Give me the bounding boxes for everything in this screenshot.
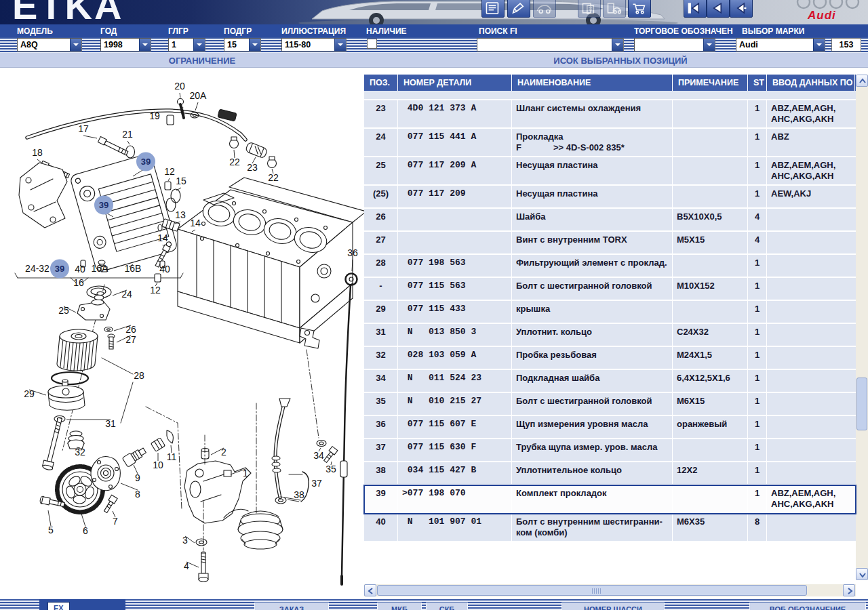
diagram-callout[interactable]: 38	[294, 489, 304, 500]
horizontal-scroll-thumb[interactable]	[377, 585, 807, 596]
nav-prev-button[interactable]	[707, 0, 730, 18]
diagram-callout[interactable]: 40	[159, 264, 170, 274]
diagram-callout[interactable]: 16	[73, 277, 84, 288]
diagram-callout[interactable]: 15	[176, 176, 186, 186]
diagram-callout[interactable]: 31	[105, 418, 116, 429]
table-row[interactable]: 24 077 115 441 AПрокладкаF >> 4D-S-002 8…	[364, 129, 856, 157]
filter-select-глгр[interactable]: 1	[168, 38, 205, 52]
diagram-callout[interactable]: 25	[58, 305, 69, 316]
column-header[interactable]: ВВОД ДАННЫХ ПО	[767, 75, 855, 91]
horizontal-scrollbar[interactable]	[364, 584, 856, 596]
filter-select-иллюстрация[interactable]: 115-80	[281, 38, 347, 52]
vertical-scroll-thumb[interactable]	[856, 378, 867, 430]
diagram-callout[interactable]: 14	[157, 232, 168, 243]
parts-diagram[interactable]: 2020A191718213912152223223913141424-3239…	[0, 68, 364, 598]
dropdown-arrow-icon[interactable]	[193, 39, 205, 51]
diagram-callout[interactable]: 35	[326, 464, 336, 474]
diagram-callout[interactable]: 23	[247, 162, 258, 173]
diagram-callout[interactable]: 10	[153, 460, 163, 470]
diagram-callout[interactable]: 12	[164, 166, 175, 177]
diagram-callout-highlighted[interactable]: 39	[99, 200, 108, 210]
car-graphics-button[interactable]	[533, 0, 556, 18]
table-row[interactable]: 40 N 101 907 01Болт с внутренним шестигр…	[364, 514, 856, 542]
availability-checkbox[interactable]	[367, 39, 377, 49]
table-row[interactable]: 31 N 013 850 3Уплотнит. кольцоC24X321	[364, 324, 856, 347]
diagram-callout[interactable]: 3	[182, 535, 188, 546]
diagram-callout[interactable]: 40	[75, 264, 85, 274]
filter-select-торговое-обозначен[interactable]	[634, 38, 715, 52]
table-row[interactable]: 29 077 115 433крышка1	[364, 301, 856, 324]
diagram-callout[interactable]: 13	[175, 209, 186, 220]
filter-select-поиск-fi[interactable]	[477, 38, 624, 52]
scroll-left-button[interactable]	[364, 584, 376, 596]
diagram-callout[interactable]: 28	[134, 370, 144, 381]
dropdown-arrow-icon[interactable]	[813, 39, 825, 51]
vertical-scrollbar[interactable]	[856, 75, 868, 580]
column-header[interactable]: НАИМЕНОВАНИЕ	[512, 75, 673, 91]
table-row-selected[interactable]: 39>077 198 070Комплект прокладок1ABZ,AEM…	[364, 485, 856, 514]
statusbar-button-номер-шасси[interactable]: НОМЕР ШАССИ	[561, 603, 665, 610]
statusbar-button-заказ[interactable]: ЗАКАЗ	[254, 603, 329, 610]
filter-select-подгр[interactable]: 15	[224, 38, 261, 52]
table-row[interactable]: 38 034 115 427 BУплотнительное кольцо12X…	[364, 462, 856, 485]
column-header[interactable]: НОМЕР ДЕТАЛИ	[398, 75, 512, 91]
diagram-callout[interactable]: 22	[268, 172, 279, 183]
filter-select-год[interactable]: 1998	[100, 38, 151, 52]
diagram-callout[interactable]: 22	[229, 157, 240, 167]
diagram-callout-highlighted[interactable]: 39	[141, 157, 151, 167]
diagram-callout[interactable]: 20A	[190, 90, 208, 101]
diagram-callout[interactable]: 37	[311, 478, 322, 489]
pencil-button[interactable]	[507, 0, 530, 18]
statusbar-button-воб-обозначение[interactable]: ВОБ ОБОЗНАЧЕНИЕ	[749, 603, 866, 610]
table-row[interactable]: 35 N 010 215 27Болт с шестигранной голов…	[364, 393, 856, 416]
diagram-callout-highlighted[interactable]: 39	[55, 264, 64, 274]
car-document-button[interactable]	[603, 0, 626, 18]
table-row[interactable]: 32 028 103 059 AПробка резьбоваяM24X1,51	[364, 347, 856, 370]
diagram-callout[interactable]: 18	[32, 147, 43, 158]
diagram-callout[interactable]: 24-32	[25, 263, 50, 274]
dropdown-arrow-icon[interactable]	[334, 39, 346, 51]
nav-first-button[interactable]	[684, 0, 707, 18]
table-row[interactable]: 37 077 115 630 FТрубка щупа измер. уров.…	[364, 439, 856, 462]
diagram-callout[interactable]: 7	[113, 516, 118, 527]
diagram-callout[interactable]: 32	[75, 447, 85, 458]
diagram-callout[interactable]: 5	[48, 525, 54, 535]
column-header[interactable]: ST	[748, 75, 767, 91]
column-header[interactable]: ПРИМЕЧАНИЕ	[673, 75, 748, 91]
diagram-callout[interactable]: 36	[347, 247, 358, 258]
lex-button[interactable]: ЕХ	[47, 602, 70, 610]
table-row[interactable]: 23 4D0 121 373 AШланг системы охлаждения…	[364, 100, 856, 129]
cart-button[interactable]	[628, 0, 651, 18]
diagram-callout[interactable]: 20	[174, 81, 185, 92]
table-row[interactable]: 34 N 011 524 23Подкладная шайба6,4X12,5X…	[364, 370, 856, 393]
diagram-callout[interactable]: 6	[83, 525, 88, 536]
diagram-callout[interactable]: 2	[221, 447, 226, 458]
print-button[interactable]	[578, 0, 601, 18]
diagram-callout[interactable]: 14	[190, 218, 201, 228]
table-row[interactable]: 25 077 117 209 AНесущая пластина1ABZ,AEM…	[364, 157, 856, 186]
nav-back-button[interactable]	[730, 0, 753, 18]
scroll-right-button[interactable]	[843, 584, 855, 596]
table-row[interactable]: (25) 077 117 209Несущая пластина1AEW,AKJ	[364, 186, 856, 209]
statusbar-button-мкб[interactable]: МКБ	[377, 603, 422, 610]
scroll-down-button[interactable]	[856, 568, 868, 580]
diagram-callout[interactable]: 27	[125, 334, 136, 345]
diagram-callout[interactable]: 24	[121, 289, 132, 300]
diagram-callout[interactable]: 34	[313, 450, 324, 461]
dropdown-arrow-icon[interactable]	[249, 39, 260, 51]
diagram-callout[interactable]: 16B	[125, 263, 142, 274]
diagram-callout[interactable]: 19	[149, 110, 160, 121]
table-row[interactable]: - 077 115 563Болт с шестигранной головко…	[364, 278, 856, 301]
dropdown-arrow-icon[interactable]	[703, 39, 715, 51]
table-row[interactable]: 28 077 198 563Фильтрующий элемент с прок…	[364, 255, 856, 278]
diagram-callout[interactable]: 16A	[92, 263, 109, 274]
diagram-callout[interactable]: 12	[150, 285, 161, 296]
notes-button[interactable]	[481, 0, 505, 18]
diagram-callout[interactable]: 21	[122, 129, 133, 140]
dropdown-arrow-icon[interactable]	[139, 39, 151, 51]
diagram-callout[interactable]: 9	[135, 472, 140, 483]
diagram-callout[interactable]: 1	[243, 468, 248, 479]
statusbar-button-скб[interactable]: СКБ	[426, 603, 468, 610]
table-row[interactable]: 27Винт с внутренним TORXM5X154	[364, 232, 856, 255]
diagram-callout[interactable]: 26	[125, 324, 136, 335]
